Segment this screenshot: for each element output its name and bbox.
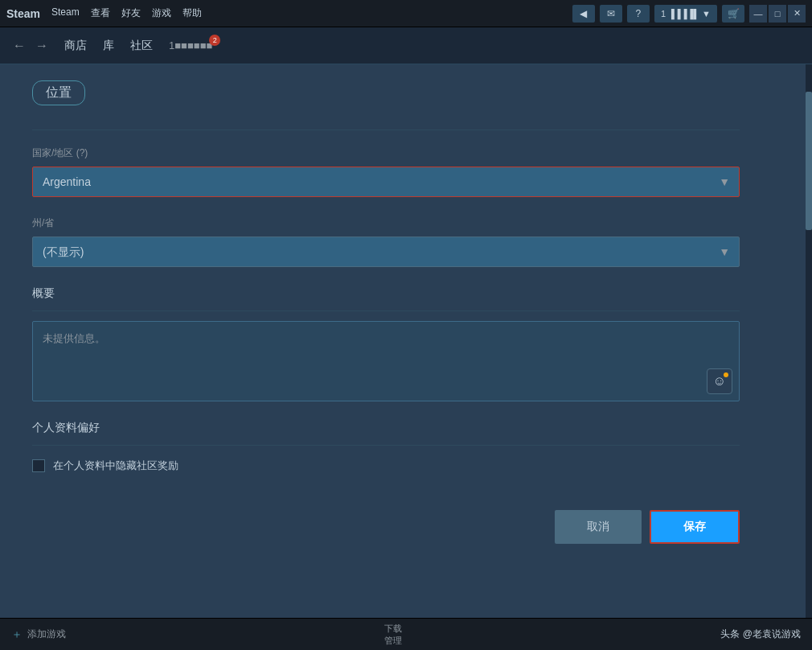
country-field-group: 国家/地区 (?) Argentina ▼ — [32, 146, 740, 197]
nav-library[interactable]: 库 — [103, 39, 114, 53]
title-bar-right: ◀ ✉ ? 1 ▐▐▐▐▌ ▼ 🛒 — □ ✕ — [572, 5, 806, 23]
account-btn[interactable]: 1 ▐▐▐▐▌ ▼ — [654, 5, 717, 23]
state-select[interactable]: (不显示) — [32, 237, 740, 267]
summary-divider — [32, 311, 740, 311]
nav-bar: ← → 商店 库 社区 1■■■■■■ — [0, 27, 812, 64]
download-label: 下载 — [384, 623, 402, 635]
nav-store[interactable]: 商店 — [64, 39, 87, 53]
section-location-title: 位置 — [32, 80, 85, 105]
nav-links: 商店 库 社区 1■■■■■■ — [64, 39, 212, 53]
prefs-section: 个人资料偏好 在个人资料中隐藏社区奖励 — [32, 421, 740, 473]
menu-games[interactable]: 游戏 — [152, 6, 171, 20]
bottom-bar: ＋ 添加游戏 下载 管理 头条 @老袁说游戏 — [0, 618, 812, 650]
steam-logo: Steam — [6, 7, 40, 20]
download-section[interactable]: 下载 管理 — [384, 623, 402, 647]
download-sub-label: 管理 — [384, 635, 402, 647]
section-divider-1 — [32, 130, 740, 130]
prefs-title: 个人资料偏好 — [32, 421, 740, 435]
add-game-button[interactable]: ＋ 添加游戏 — [11, 627, 66, 642]
country-select-wrapper: Argentina ▼ — [32, 167, 740, 197]
emoji-notification-dot — [724, 372, 728, 377]
country-label: 国家/地区 (?) — [32, 146, 740, 160]
checkbox-row: 在个人资料中隐藏社区奖励 — [32, 459, 740, 473]
store-icon-btn[interactable]: 🛒 — [722, 5, 744, 23]
title-bar-left: Steam Steam 查看 好友 游戏 帮助 — [6, 6, 202, 20]
minimize-btn[interactable]: — — [749, 5, 767, 23]
maximize-btn[interactable]: □ — [769, 5, 786, 23]
cancel-button[interactable]: 取消 — [555, 510, 642, 544]
summary-section: 概要 未提供信息。 ☺ — [32, 286, 740, 401]
help-icon-btn[interactable]: ? — [627, 5, 650, 23]
save-button[interactable]: 保存 — [650, 510, 740, 544]
state-label: 州/省 — [32, 216, 740, 230]
add-icon: ＋ — [11, 627, 23, 642]
right-scrollbar[interactable] — [806, 64, 812, 618]
menu-view[interactable]: 查看 — [91, 6, 110, 20]
menu-friends[interactable]: 好友 — [121, 6, 141, 20]
country-select[interactable]: Argentina — [32, 167, 740, 197]
summary-text: 未提供信息。 — [43, 331, 729, 346]
hide-rewards-checkbox[interactable] — [32, 459, 45, 472]
menu-items: Steam 查看 好友 游戏 帮助 — [51, 6, 202, 20]
summary-title: 概要 — [32, 286, 740, 301]
state-select-wrapper: (不显示) ▼ — [32, 237, 740, 267]
nav-username[interactable]: 1■■■■■■ — [169, 39, 212, 51]
main-content: 位置 国家/地区 (?) Argentina ▼ 州/省 — [0, 64, 812, 618]
back-arrow[interactable]: ← — [10, 37, 29, 55]
content-area: 位置 国家/地区 (?) Argentina ▼ 州/省 — [0, 64, 806, 618]
form-container: 位置 国家/地区 (?) Argentina ▼ 州/省 — [0, 64, 772, 568]
window-controls: — □ ✕ — [749, 5, 806, 23]
add-game-label: 添加游戏 — [27, 627, 66, 641]
scrollbar-thumb — [806, 92, 812, 230]
prefs-divider — [32, 445, 740, 446]
watermark: 头条 @老袁说游戏 — [720, 627, 801, 641]
chat-icon-btn[interactable]: ◀ — [572, 5, 595, 23]
emoji-button[interactable]: ☺ — [707, 368, 732, 394]
summary-textarea-wrapper[interactable]: 未提供信息。 ☺ — [32, 321, 740, 401]
title-bar: Steam Steam 查看 好友 游戏 帮助 ◀ ✉ ? 1 ▐▐▐▐▌ ▼ … — [0, 0, 812, 27]
checkbox-label: 在个人资料中隐藏社区奖励 — [53, 459, 178, 473]
forward-arrow[interactable]: → — [32, 37, 51, 55]
menu-steam[interactable]: Steam — [51, 6, 80, 20]
state-field-group: 州/省 (不显示) ▼ — [32, 216, 740, 267]
friends-icon-btn[interactable]: ✉ — [600, 5, 622, 23]
action-bar: 取消 保存 — [32, 497, 740, 552]
nav-arrows: ← → — [10, 37, 51, 55]
menu-help[interactable]: 帮助 — [182, 6, 202, 20]
nav-community[interactable]: 社区 — [130, 39, 153, 53]
close-btn[interactable]: ✕ — [788, 5, 806, 23]
